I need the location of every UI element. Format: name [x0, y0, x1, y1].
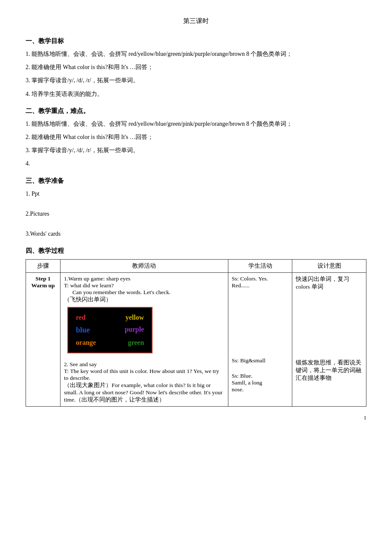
- design-line2: 锻炼发散思维，看图说关键词，将上一单元的词融汇在描述事物: [296, 359, 363, 382]
- table-header-step: 步骤: [26, 260, 61, 273]
- student-line5: Samll, a long: [232, 379, 289, 386]
- student-spacer: [232, 289, 289, 357]
- step-label-warmup: Warm up: [29, 282, 57, 289]
- section1-item1: 1. 能熟练地听懂、会读、会说、会拼写 red/yellow/blue/gree…: [26, 49, 366, 59]
- section1-heading: 一、教学目标: [26, 37, 366, 45]
- section2-heading: 二、教学重点，难点。: [26, 107, 366, 115]
- teacher-line3: Can you remember the words. Let's check.: [64, 289, 225, 296]
- table-header-teacher: 教师活动: [61, 260, 228, 273]
- teacher-line6: T: The key word of this unit is color. H…: [64, 368, 225, 382]
- word-red: red: [76, 314, 86, 321]
- design-spacer: [296, 291, 363, 359]
- section2-item1: 1. 能熟练地听懂、会读、会说、会拼写 red/yellow/blue/gree…: [26, 119, 366, 129]
- section2-item3: 3. 掌握字母读音/y/, /d/, /r/，拓展一些单词。: [26, 145, 366, 156]
- student-line4: Ss: Blue.: [232, 373, 289, 379]
- section1-item3: 3. 掌握字母读音/y/, /d/, /r/，拓展一些单词。: [26, 75, 366, 86]
- section-preparation: 三、教学准备 1. Ppt 2.Pictures 3.Words' cards: [26, 177, 366, 240]
- student-line1: Ss: Colors. Yes.: [232, 275, 289, 282]
- section2-item4: 4.: [26, 158, 366, 169]
- step-label-1: Step 1: [29, 275, 57, 282]
- section-objectives: 一、教学目标 1. 能熟练地听懂、会读、会说、会拼写 red/yellow/bl…: [26, 37, 366, 99]
- teacher-line2: T: what did we learn?: [64, 282, 225, 289]
- teacher-line1: 1.Warm up game: sharp eyes: [64, 275, 225, 282]
- color-row-3: orange green: [76, 339, 144, 347]
- color-row-1: red yellow: [76, 314, 144, 321]
- student-line2: Red......: [232, 282, 289, 289]
- word-blue: blue: [76, 326, 90, 335]
- teacher-line5: 2. See and say: [64, 361, 225, 368]
- teaching-table: 步骤 教师活动 学生活动 设计意图 Step 1 Warm up 1.Warm …: [26, 259, 366, 407]
- table-row: Step 1 Warm up 1.Warm up game: sharp eye…: [26, 273, 366, 407]
- teacher-line4: （飞快闪出单词）: [64, 296, 225, 304]
- section4-heading: 四、教学过程: [26, 247, 366, 255]
- color-row-2: blue purple: [76, 326, 144, 335]
- table-header-design: 设计意图: [292, 260, 366, 273]
- table-cell-design: 快速闪出单词，复习 colors 单词 锻炼发散思维，看图说关键词，将上一单元的…: [292, 273, 366, 407]
- table-cell-student: Ss: Colors. Yes. Red...... Ss: Big&small…: [228, 273, 292, 407]
- table-header-student: 学生活动: [228, 260, 292, 273]
- word-orange: orange: [76, 339, 96, 347]
- student-spacer2: [232, 364, 289, 373]
- section3-item3: 3.Words' cards: [26, 228, 366, 239]
- section1-item4: 4. 培养学生英语表演的能力。: [26, 89, 366, 99]
- section2-item2: 2. 能准确使用 What color is this?和用 It's …回答；: [26, 132, 366, 142]
- section1-item2: 2. 能准确使用 What color is this?和用 It's …回答；: [26, 62, 366, 72]
- word-yellow: yellow: [126, 314, 144, 321]
- section3-item1: 1. Ppt: [26, 188, 366, 199]
- page-title: 第三课时: [26, 17, 366, 25]
- section-key-points: 二、教学重点，难点。 1. 能熟练地听懂、会读、会说、会拼写 red/yello…: [26, 107, 366, 169]
- page-number: 1: [26, 414, 366, 421]
- word-green: green: [128, 339, 144, 347]
- student-line3: Ss: Big&small: [232, 357, 289, 364]
- section-process: 四、教学过程 步骤 教师活动 学生活动 设计意图 Step 1 Warm up …: [26, 247, 366, 407]
- teacher-line7: （出现大象图片）For example, what color is this?…: [64, 382, 225, 404]
- table-cell-step: Step 1 Warm up: [26, 273, 61, 407]
- design-line1: 快速闪出单词，复习 colors 单词: [296, 275, 363, 291]
- student-line6: nose.: [232, 386, 289, 393]
- table-cell-teacher: 1.Warm up game: sharp eyes T: what did w…: [61, 273, 228, 407]
- color-word-box: red yellow blue purple orange green: [67, 307, 153, 353]
- section3-item2: 2.Pictures: [26, 208, 366, 219]
- word-purple: purple: [125, 326, 144, 335]
- section3-heading: 三、教学准备: [26, 177, 366, 185]
